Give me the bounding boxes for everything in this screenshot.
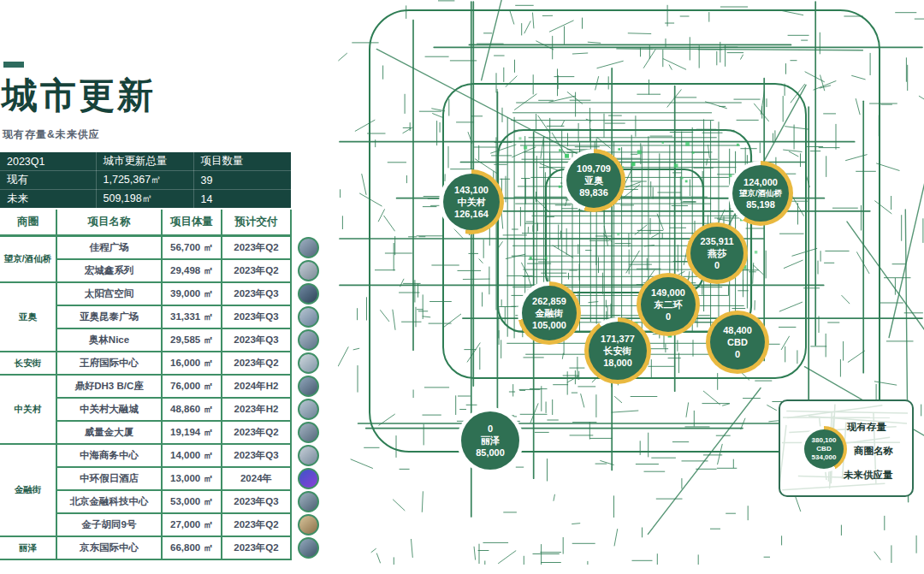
bubble-district-name: CBD [727,336,748,348]
district-bubble: 109,709亚奥89,836 [562,149,625,212]
bubble-future-value: 89,836 [579,186,608,198]
district-bubble: 48,400CBD0 [706,311,769,374]
bubble-body: 48,400CBD0 [710,315,765,370]
district-bubble: 143,100中关村126,164 [439,169,504,234]
bubble-body: 143,100中关村126,164 [443,174,500,230]
bubble-body: 262,859金融街105,000 [522,286,577,340]
bubble-existing-value: 109,709 [577,163,611,175]
bubble-future-value: 85,198 [746,198,775,210]
map-legend: 现有存量 商圈名称 未来供应量 380,100CBD534,000 [779,399,914,497]
bubble-body: 124,000望京/酒仙桥85,198 [732,165,789,222]
bubble-existing-value: 262,859 [532,295,566,307]
bubble-future-value: 85,000 [476,447,505,459]
district-bubble: 380,100CBD534,000 [801,426,847,472]
bubble-district-name: 亚奥 [584,175,603,186]
bubble-future-value: 126,164 [454,208,489,220]
legend-label-district-name: 商圈名称 [854,445,893,458]
bubble-existing-value: 48,400 [723,324,752,336]
bubble-district-name: 燕莎 [708,247,726,259]
report-page: 城市更新 现有存量&未来供应 2023Q1城市更新总量项目数量现有1,725,3… [0,0,924,574]
bubble-district-name: 长安街 [604,345,632,357]
bubble-future-value: 0 [714,259,720,271]
bubble-future-value: 0 [735,348,740,360]
bubble-existing-value: 171,377 [601,333,635,345]
bubble-existing-value: 143,100 [454,184,489,196]
bubble-body: 380,100CBD534,000 [804,429,844,469]
bubble-body: 109,709亚奥89,836 [566,153,621,208]
bubble-district-name: CBD [816,445,831,453]
bubble-body: 0丽泽85,000 [461,411,519,470]
bubble-future-value: 0 [666,311,671,323]
district-bubble: 171,377长安街18,000 [584,317,651,384]
bubble-body: 149,000东二环0 [641,277,696,332]
district-bubble: 0丽泽85,000 [457,407,524,474]
district-bubble: 149,000东二环0 [637,273,700,336]
legend-label-existing: 现有存量 [847,421,886,434]
bubble-district-name: 金融街 [536,307,564,319]
bubble-future-value: 105,000 [532,319,566,331]
district-bubble: 262,859金融街105,000 [518,281,581,345]
bubble-future-value: 18,000 [603,357,632,369]
bubble-existing-value: 235,911 [700,235,733,247]
bubble-existing-value: 0 [488,423,493,435]
district-bubble: 235,911燕莎0 [686,222,748,284]
legend-label-future: 未来供应量 [844,469,893,482]
bubble-existing-value: 380,100 [812,436,837,445]
bubble-district-name: 东二环 [654,299,683,311]
bubble-future-value: 534,000 [812,453,837,462]
bubble-existing-value: 149,000 [651,287,685,299]
district-bubble: 124,000望京/酒仙桥85,198 [728,161,793,226]
bubble-body: 171,377长安街18,000 [589,322,647,380]
bubble-existing-value: 124,000 [743,176,778,188]
bubble-district-name: 丽泽 [481,435,500,447]
bubble-body: 235,911燕莎0 [690,227,743,280]
bubble-district-name: 中关村 [458,196,486,208]
bubble-district-name: 望京/酒仙桥 [739,188,782,198]
